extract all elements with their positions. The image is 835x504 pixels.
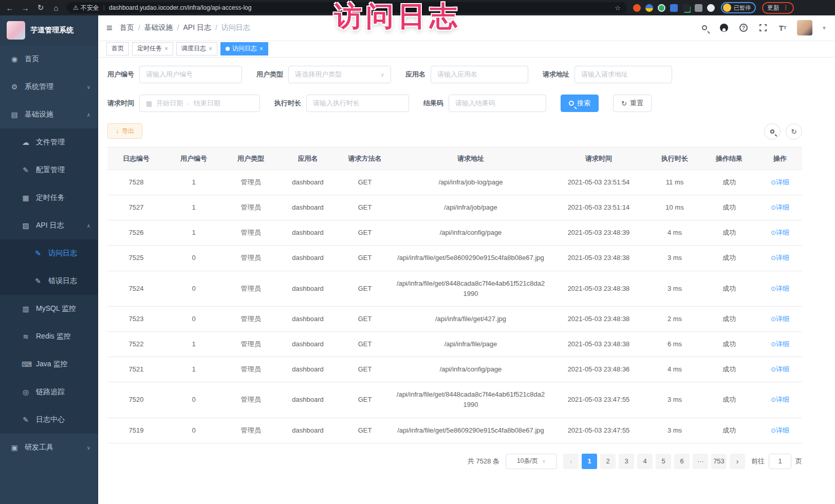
detail-link[interactable]: ⊙详细	[771, 285, 789, 292]
cell-duration: 3 ms	[649, 246, 700, 271]
sidebar-item-11[interactable]: ⌨Java 监控	[0, 350, 98, 378]
user-avatar[interactable]	[797, 20, 812, 35]
hamburger-icon[interactable]: ≡	[106, 22, 113, 34]
bookmark-star-icon[interactable]: ☆	[615, 4, 621, 12]
help-icon[interactable]: ?	[738, 23, 749, 33]
sidebar-item-6[interactable]: ▨API 日志∧	[0, 212, 98, 239]
prev-page-button[interactable]: ‹	[563, 454, 579, 469]
goto-page-input[interactable]	[769, 454, 791, 469]
font-size-icon[interactable]: TT	[777, 23, 788, 33]
sidebar-item-5[interactable]: ▦定时任务	[0, 184, 98, 212]
cell-user_type: 管理员	[222, 220, 279, 246]
page-button-4[interactable]: 4	[637, 454, 653, 469]
sidebar-item-1[interactable]: ⚙系统管理∨	[0, 73, 98, 101]
tab-3[interactable]: 访问日志×	[220, 42, 268, 55]
breadcrumb-item[interactable]: 基础设施	[144, 23, 173, 32]
user-type-select[interactable]: 请选择用户类型∨	[288, 66, 391, 83]
tools-icon: ▣	[10, 443, 18, 452]
breadcrumb-item[interactable]: 首页	[120, 23, 134, 32]
sidebar-item-9[interactable]: ▥MySQL 监控	[0, 295, 98, 323]
search-icon[interactable]	[699, 23, 710, 33]
extension-icon[interactable]	[645, 4, 653, 12]
page-buttons: ‹ 123456···753 ›	[563, 454, 745, 469]
reset-button[interactable]: ↻重置	[613, 95, 652, 112]
detail-link[interactable]: ⊙详细	[771, 178, 789, 186]
fullscreen-icon[interactable]	[758, 23, 768, 33]
tab-1[interactable]: 定时任务×	[132, 42, 173, 55]
app-logo-row[interactable]: 芋道管理系统	[0, 15, 98, 45]
extension-icon[interactable]	[670, 4, 678, 12]
sidebar-item-13[interactable]: ✎日志中心	[0, 406, 98, 434]
cell-id: 7519	[107, 418, 165, 443]
detail-link[interactable]: ⊙详细	[771, 254, 789, 262]
table-row: 75211管理员dashboardGET/api/infra/config/pa…	[107, 357, 802, 382]
app-name-input[interactable]: 请输入应用名	[431, 66, 528, 83]
github-icon[interactable]	[719, 23, 729, 33]
close-icon[interactable]: ×	[259, 45, 263, 52]
back-icon[interactable]: ←	[5, 4, 14, 12]
extension-icon[interactable]	[707, 4, 715, 12]
detail-link[interactable]: ⊙详细	[771, 340, 789, 348]
sidebar-item-14[interactable]: ▣研发工具∨	[0, 434, 98, 461]
close-icon[interactable]: ×	[209, 45, 212, 52]
tab-label: 定时任务	[137, 44, 162, 53]
browser-toolbar: ← → ↻ ⌂ ⚠不安全 | dashboard.yudao.iocoder.c…	[0, 0, 835, 15]
browser-update-button[interactable]: 更新 ⋮	[762, 2, 794, 14]
page-button-3[interactable]: 3	[619, 454, 634, 469]
sidebar-item-3[interactable]: ☁文件管理	[0, 128, 98, 156]
page-ellipsis[interactable]: ···	[693, 454, 708, 469]
detail-link[interactable]: ⊙详细	[771, 203, 789, 211]
refresh-table-button[interactable]: ↻	[786, 123, 802, 140]
cell-url: /api/infra/config/page	[393, 357, 548, 382]
browser-profile-chip[interactable]: 已暂停	[721, 2, 756, 13]
sidebar-item-10[interactable]: ≋Redis 监控	[0, 323, 98, 350]
tab-2[interactable]: 调度日志×	[176, 42, 217, 55]
page-button-5[interactable]: 5	[656, 454, 671, 469]
breadcrumb-item[interactable]: API 日志	[183, 23, 211, 32]
detail-link[interactable]: ⊙详细	[771, 426, 789, 434]
chevron-down-icon[interactable]: ▼	[822, 25, 827, 31]
cell-duration: 6 ms	[649, 331, 700, 357]
sidebar-item-2[interactable]: ▤基础设施∧	[0, 101, 98, 128]
sidebar-item-7[interactable]: ✎访问日志	[0, 239, 98, 267]
extension-icon[interactable]	[695, 4, 702, 12]
reload-icon[interactable]: ↻	[36, 3, 45, 12]
extension-icon[interactable]	[682, 4, 690, 12]
cell-method: GET	[337, 195, 393, 220]
sidebar-item-4[interactable]: ✎配置管理	[0, 156, 98, 184]
filter-row-2: 请求时间 ▦ 开始日期 - 结束日期 执行时长 请输入执行时长 结果码 请输入结…	[107, 95, 802, 112]
sidebar-item-0[interactable]: ◉首页	[0, 45, 98, 73]
sidebar-item-8[interactable]: ✎错误日志	[0, 267, 98, 295]
request-url-input[interactable]: 请输入请求地址	[574, 66, 672, 83]
sidebar-item-12[interactable]: ◎链路追踪	[0, 378, 98, 406]
user-id-input[interactable]: 请输入用户编号	[139, 66, 242, 83]
tab-0[interactable]: 首页	[106, 42, 129, 55]
toggle-search-button[interactable]	[764, 123, 781, 140]
next-page-button[interactable]: ›	[730, 454, 745, 469]
export-button[interactable]: ↓导出	[107, 123, 142, 139]
detail-link[interactable]: ⊙详细	[771, 396, 789, 403]
detail-link[interactable]: ⊙详细	[771, 365, 789, 373]
detail-link[interactable]: ⊙详细	[771, 315, 789, 323]
search-button[interactable]: 搜索	[561, 95, 599, 112]
duration-input[interactable]: 请输入执行时长	[306, 95, 409, 112]
api-log-icon: ▨	[22, 221, 30, 230]
extension-icon[interactable]	[633, 4, 641, 12]
extension-icon[interactable]	[658, 4, 665, 12]
detail-link[interactable]: ⊙详细	[771, 229, 789, 236]
page-button-2[interactable]: 2	[600, 454, 616, 469]
page-button-1[interactable]: 1	[582, 454, 597, 469]
browser-menu-kebab-icon[interactable]: ⋮	[783, 4, 789, 11]
page-size-select[interactable]: 10条/页 ∨	[506, 454, 557, 469]
result-code-input[interactable]: 请输入结果码	[449, 95, 546, 112]
url-text[interactable]: dashboard.yudao.iocoder.cn/infra/log/api…	[109, 4, 610, 11]
security-badge[interactable]: ⚠不安全	[73, 4, 99, 12]
address-bar[interactable]: ⚠不安全 | dashboard.yudao.iocoder.cn/infra/…	[67, 2, 627, 13]
home-icon[interactable]: ⌂	[51, 4, 61, 12]
date-range-picker[interactable]: ▦ 开始日期 - 结束日期	[139, 95, 260, 112]
close-icon[interactable]: ×	[164, 45, 168, 52]
page-button-6[interactable]: 6	[674, 454, 690, 469]
cell-id: 7522	[107, 331, 165, 357]
forward-icon[interactable]: →	[21, 4, 30, 12]
page-button-753[interactable]: 753	[711, 454, 727, 469]
